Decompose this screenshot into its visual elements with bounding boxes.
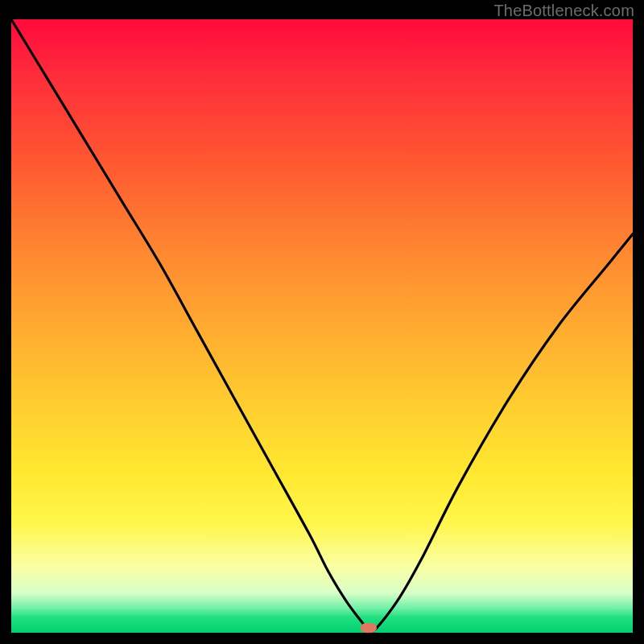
optimal-point-marker bbox=[361, 623, 377, 633]
watermark-text: TheBottleneck.com bbox=[493, 2, 634, 20]
chart-frame: TheBottleneck.com bbox=[0, 0, 644, 644]
plot-area bbox=[11, 19, 633, 633]
bottleneck-curve bbox=[11, 19, 633, 633]
